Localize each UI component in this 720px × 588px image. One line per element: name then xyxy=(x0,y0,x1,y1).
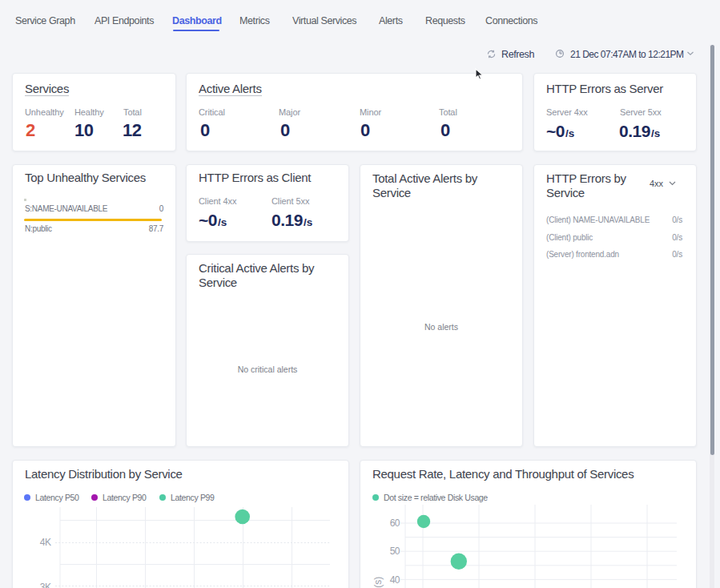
svg-text:4K: 4K xyxy=(40,537,51,548)
svg-text:50: 50 xyxy=(390,546,400,557)
svg-text:40: 40 xyxy=(390,574,400,586)
svg-text:3K: 3K xyxy=(40,582,51,588)
svg-text:Latency (s): Latency (s) xyxy=(372,577,384,588)
svg-text:60: 60 xyxy=(390,518,400,529)
